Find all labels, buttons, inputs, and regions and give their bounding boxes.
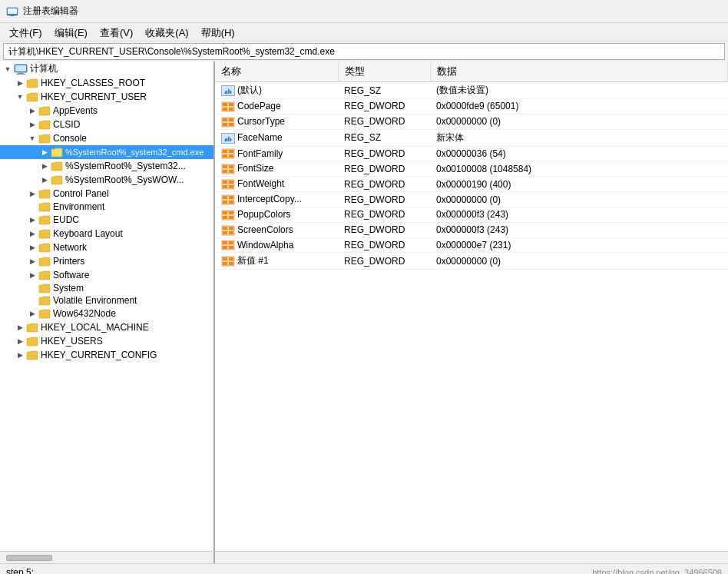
table-row[interactable]: ab(默认)REG_SZ(数值未设置)	[215, 82, 728, 99]
reg-icon-dword	[221, 256, 235, 267]
tree-item-hkcu[interactable]: ▼ HKEY_CURRENT_USER	[0, 90, 213, 104]
svg-rect-24	[223, 165, 227, 168]
table-row[interactable]: abFaceNameREG_SZ新宋体	[215, 129, 728, 146]
tree-item-console[interactable]: ▼ Console	[0, 131, 213, 145]
reg-icon-dword	[221, 101, 235, 112]
tree-item-hku[interactable]: ▶ HKEY_USERS	[0, 334, 213, 348]
reg-data-cell: 0x0000fde9 (65001)	[430, 99, 728, 114]
tree-item-computer[interactable]: ▼ 计算机	[0, 61, 213, 76]
tree-item-hkcr[interactable]: ▶ HKEY_CLASSES_ROOT	[0, 76, 213, 90]
tree-item-hklm[interactable]: ▶ HKEY_LOCAL_MACHINE	[0, 320, 213, 334]
tree-item-cmd-exe[interactable]: ▶ %SystemRoot%_system32_cmd.exe	[0, 145, 213, 159]
svg-rect-51	[223, 246, 227, 249]
table-row[interactable]: InterceptCopy...REG_DWORD0x00000000 (0)	[215, 192, 728, 207]
expand-hku[interactable]: ▶	[14, 335, 26, 347]
expand-hkcc[interactable]: ▶	[14, 349, 26, 361]
menu-edit[interactable]: 编辑(E)	[48, 25, 94, 39]
tree-label-cmd-exe: %SystemRoot%_system32_cmd.exe	[65, 148, 204, 157]
table-row[interactable]: ScreenColorsREG_DWORD0x000000f3 (243)	[215, 222, 728, 237]
svg-rect-37	[229, 201, 233, 204]
svg-rect-17	[229, 123, 233, 126]
tree-item-system32[interactable]: ▶ %SystemRoot%_System32...	[0, 159, 213, 173]
expand-printers[interactable]: ▶	[26, 255, 38, 267]
svg-rect-9	[223, 103, 227, 106]
tree-panel[interactable]: ▼ 计算机 ▶ HKEY_CLASSES_ROOT ▼ HKEY_CURRENT…	[0, 61, 215, 551]
tree-item-environment[interactable]: Environment	[0, 201, 213, 213]
svg-rect-46	[223, 231, 227, 234]
svg-rect-12	[229, 108, 233, 111]
expand-hkcr[interactable]: ▶	[14, 77, 26, 89]
tree-item-clsid[interactable]: ▶ CLSID	[0, 118, 213, 131]
reg-name-cell: InterceptCopy...	[215, 192, 338, 207]
expand-software[interactable]: ▶	[26, 269, 38, 281]
expand-hkcu[interactable]: ▼	[14, 91, 26, 103]
computer-icon	[14, 64, 28, 75]
col-type: 类型	[338, 61, 430, 82]
menu-bar: 文件(F) 编辑(E) 查看(V) 收藏夹(A) 帮助(H)	[0, 23, 728, 41]
main-content: ▼ 计算机 ▶ HKEY_CLASSES_ROOT ▼ HKEY_CURRENT…	[0, 61, 728, 551]
table-row[interactable]: FontWeightREG_DWORD0x00000190 (400)	[215, 177, 728, 192]
table-row[interactable]: CodePageREG_DWORD0x0000fde9 (65001)	[215, 99, 728, 114]
svg-rect-52	[229, 246, 233, 249]
tree-item-keyboardlayout[interactable]: ▶ Keyboard Layout	[0, 227, 213, 241]
reg-value-name: FontSize	[237, 163, 273, 174]
menu-file[interactable]: 文件(F)	[3, 25, 48, 39]
tree-label-environment: Environment	[53, 201, 104, 212]
folder-icon-syswow	[51, 174, 63, 185]
reg-name-cell: FontFamily	[215, 146, 338, 161]
tree-item-printers[interactable]: ▶ Printers	[0, 254, 213, 268]
svg-rect-22	[229, 154, 233, 158]
expand-appevents[interactable]: ▶	[26, 105, 38, 117]
tree-item-controlpanel[interactable]: ▶ Control Panel	[0, 187, 213, 201]
tree-item-volatile[interactable]: Volatile Environment	[0, 294, 213, 307]
detail-panel[interactable]: 名称 类型 数据 ab(默认)REG_SZ(数值未设置) CodePageREG…	[215, 61, 728, 551]
menu-favorites[interactable]: 收藏夹(A)	[139, 25, 194, 39]
expand-console[interactable]: ▼	[26, 132, 38, 144]
table-row[interactable]: PopupColorsREG_DWORD0x000000f3 (243)	[215, 207, 728, 222]
reg-type-cell: REG_DWORD	[338, 222, 430, 237]
reg-name-cell: FontSize	[215, 161, 338, 177]
expand-cmd-exe[interactable]: ▶	[38, 146, 51, 158]
tree-item-software[interactable]: ▶ Software	[0, 268, 213, 282]
tree-label-hkcc: HKEY_CURRENT_CONFIG	[41, 350, 157, 360]
svg-rect-14	[223, 118, 227, 121]
expand-system32[interactable]: ▶	[38, 160, 51, 172]
tree-item-eudc[interactable]: ▶ EUDC	[0, 213, 213, 227]
reg-value-name: ScreenColors	[237, 224, 293, 235]
tree-item-wow[interactable]: ▶ Wow6432Node	[0, 307, 213, 320]
reg-data-cell: 0x00000036 (54)	[430, 146, 728, 161]
expand-wow[interactable]: ▶	[26, 307, 38, 320]
svg-rect-45	[229, 227, 233, 230]
svg-rect-57	[229, 262, 233, 265]
menu-view[interactable]: 查看(V)	[94, 25, 139, 39]
svg-rect-55	[229, 257, 233, 260]
reg-type-cell: REG_DWORD	[338, 192, 430, 207]
expand-computer[interactable]: ▼	[2, 63, 14, 75]
tree-label-network: Network	[53, 242, 87, 253]
tree-item-network[interactable]: ▶ Network	[0, 241, 213, 254]
table-row[interactable]: 新值 #1REG_DWORD0x00000000 (0)	[215, 253, 728, 270]
expand-controlpanel[interactable]: ▶	[26, 187, 38, 200]
tree-label-clsid: CLSID	[53, 119, 80, 130]
title-bar-text: 注册表编辑器	[23, 5, 78, 18]
expand-keyboardlayout[interactable]: ▶	[26, 227, 38, 240]
table-row[interactable]: WindowAlphaREG_DWORD0x000000e7 (231)	[215, 237, 728, 253]
expand-hklm[interactable]: ▶	[14, 321, 26, 333]
svg-rect-5	[15, 65, 26, 71]
table-row[interactable]: FontFamilyREG_DWORD0x00000036 (54)	[215, 146, 728, 161]
tree-item-syswow[interactable]: ▶ %SystemRoot%_SysWOW...	[0, 173, 213, 187]
reg-icon-dword	[221, 179, 235, 190]
folder-icon-hku	[26, 336, 38, 347]
horizontal-scrollbar[interactable]	[0, 551, 728, 563]
table-row[interactable]: CursorTypeREG_DWORD0x00000000 (0)	[215, 114, 728, 129]
expand-syswow[interactable]: ▶	[38, 174, 51, 186]
tree-item-system[interactable]: System	[0, 282, 213, 294]
tree-item-hkcc[interactable]: ▶ HKEY_CURRENT_CONFIG	[0, 348, 213, 362]
expand-network[interactable]: ▶	[26, 241, 38, 254]
tree-item-appevents[interactable]: ▶ AppEvents	[0, 104, 213, 118]
expand-eudc[interactable]: ▶	[26, 214, 38, 226]
expand-clsid[interactable]: ▶	[26, 118, 38, 131]
menu-help[interactable]: 帮助(H)	[195, 25, 241, 39]
table-row[interactable]: FontSizeREG_DWORD0x00100008 (1048584)	[215, 161, 728, 177]
svg-rect-49	[223, 241, 227, 244]
